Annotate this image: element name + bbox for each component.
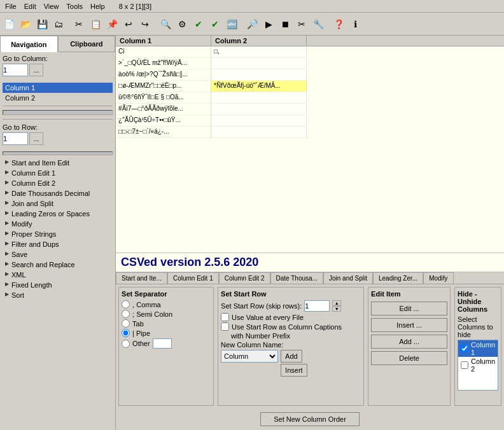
cell-1-6[interactable]: #Ãï7—□°ðÃÃðwÿĭõle...: [116, 104, 211, 115]
col-item-1[interactable]: Column 1: [3, 83, 113, 93]
cell-2-3[interactable]: [211, 69, 306, 81]
other-sep-input[interactable]: [153, 338, 172, 349]
tb-paste[interactable]: 📌: [104, 17, 120, 32]
cb-use-start-row-input[interactable]: [221, 322, 229, 331]
action-xml[interactable]: XML: [3, 270, 113, 280]
cell-2-8[interactable]: [211, 127, 306, 138]
btab-0[interactable]: Start and Ite...: [116, 272, 167, 284]
cell-1-2[interactable]: >´_□QÙ/ÈL mž"f!W/ýÄ...: [116, 58, 211, 69]
scrollbar-h[interactable]: [3, 151, 113, 155]
radio-other-input[interactable]: [122, 340, 130, 348]
tb-copy[interactable]: 📋: [88, 17, 103, 32]
menu-help[interactable]: Help: [87, 2, 109, 11]
tb-save[interactable]: 💾: [34, 17, 50, 32]
action-start-item-edit[interactable]: Start and Item Edit: [3, 158, 113, 168]
tb-undo[interactable]: ↩: [121, 17, 136, 32]
insert-btn[interactable]: Insert ...: [371, 318, 447, 332]
tb-info[interactable]: ℹ: [347, 17, 363, 32]
start-row-up[interactable]: ▲: [332, 300, 341, 306]
action-sort[interactable]: Sort: [3, 290, 113, 300]
newcol-insert-btn[interactable]: Insert: [281, 364, 307, 377]
set-separator-section: Set Separator , Comma ; Semi Colon Tab |…: [118, 287, 214, 406]
tb-wrench[interactable]: 🔧: [311, 17, 326, 32]
cell-1-7[interactable]: ¿"ÃÛÇà¹5Û÷T••□ûŸ...: [116, 115, 211, 127]
tab-clipboard[interactable]: Clipboard: [58, 36, 116, 52]
cell-1-8[interactable]: □□-□7±−□`/«á¿-...: [116, 127, 211, 138]
version-banner: CSVed version 2.5.6 2020: [116, 253, 504, 272]
action-leading-zeros[interactable]: Leading Zeros or Spaces: [3, 209, 113, 219]
cell-2-5[interactable]: [211, 92, 306, 104]
radio-comma-input[interactable]: [122, 300, 130, 309]
radio-tab-input[interactable]: [122, 319, 130, 328]
goto-row-input[interactable]: [3, 132, 28, 145]
tb-cut2[interactable]: ✂: [294, 17, 309, 32]
tab-navigation[interactable]: Navigation: [0, 36, 58, 52]
tb-check2[interactable]: ✔: [207, 17, 223, 32]
tb-redo[interactable]: ↪: [137, 17, 153, 32]
cell-2-7[interactable]: [211, 115, 306, 127]
cell-2-4[interactable]: *ÑfVðœÃfj-úö"ˆÆ/MÂ...: [211, 81, 306, 92]
cell-2-6[interactable]: [211, 104, 306, 115]
tb-find[interactable]: 🔍: [158, 17, 173, 32]
action-col-edit-1[interactable]: Column Edit 1: [3, 168, 113, 178]
tb-open[interactable]: 📂: [18, 17, 33, 32]
goto-col-btn[interactable]: ...: [29, 64, 43, 76]
col-item-2[interactable]: Column 2: [3, 93, 113, 103]
tb-play[interactable]: ▶: [261, 17, 276, 32]
menu-edit[interactable]: Edit: [20, 2, 40, 11]
edit-btn[interactable]: Edit ...: [371, 302, 447, 316]
newcol-add-btn[interactable]: Add: [281, 350, 302, 363]
tb-new[interactable]: 📄: [1, 17, 17, 32]
tb-zoom[interactable]: 🔎: [244, 17, 260, 32]
action-fixed-length[interactable]: Fixed Length: [3, 280, 113, 290]
goto-row-btn[interactable]: ...: [29, 132, 43, 145]
delete-btn[interactable]: Delete: [371, 351, 447, 365]
cell-1-1[interactable]: Ci: [116, 46, 211, 58]
cell-1-3[interactable]: àoò% /œ|>?Q`ˆŽsñâ□]...: [116, 69, 211, 81]
newcol-select[interactable]: Column: [221, 350, 278, 363]
tb-text[interactable]: 🔤: [224, 17, 239, 32]
hide-col-2-checkbox[interactable]: [461, 361, 468, 369]
hide-col-1-checkbox[interactable]: [461, 345, 468, 352]
radio-pipe-input[interactable]: [122, 329, 130, 337]
tb-stop[interactable]: ⏹: [277, 17, 293, 32]
set-order-btn[interactable]: Set New Column Order: [260, 412, 360, 426]
btab-2[interactable]: Column Edit 2: [219, 272, 270, 284]
action-save[interactable]: Save: [3, 249, 113, 260]
action-col-edit-2[interactable]: Column Edit 2: [3, 178, 113, 188]
action-list: Start and Item Edit Column Edit 1 Column…: [0, 156, 115, 430]
cell-2-1[interactable]: □,: [211, 46, 306, 58]
btab-1[interactable]: Column Edit 1: [167, 272, 219, 284]
btab-3[interactable]: Date Thousa...: [270, 272, 323, 284]
grid-body: Ci >´_□QÙ/ÈL mž"f!W/ýÄ... àoò% /œ|>?Q`ˆŽ…: [116, 46, 504, 138]
tb-check1[interactable]: ✔: [191, 17, 206, 32]
add-btn[interactable]: Add ...: [371, 335, 447, 349]
menu-view[interactable]: View: [40, 2, 63, 11]
hide-col-item-1[interactable]: Column 1: [458, 340, 498, 357]
goto-col-input[interactable]: [3, 64, 28, 76]
start-row-input[interactable]: [304, 300, 330, 312]
tb-help[interactable]: ❓: [331, 17, 346, 32]
start-row-down[interactable]: ▼: [332, 306, 341, 312]
action-date-thousands[interactable]: Date Thousands Decimal: [3, 188, 113, 198]
cell-1-4[interactable]: □ø-ÆMMZr"□□ëÈ□p...: [116, 81, 211, 92]
btab-6[interactable]: Modify: [423, 272, 453, 284]
action-filter-dups[interactable]: Filter and Dups: [3, 239, 113, 249]
action-modify[interactable]: Modify: [3, 219, 113, 229]
menu-tools[interactable]: Tools: [62, 2, 87, 11]
cell-2-2[interactable]: [211, 58, 306, 69]
radio-semicolon-input[interactable]: [122, 310, 130, 318]
btab-5[interactable]: Leading Zer...: [373, 272, 423, 284]
action-proper-strings[interactable]: Proper Strings: [3, 229, 113, 239]
tb-save2[interactable]: 🗂: [51, 17, 66, 32]
action-search-replace[interactable]: Search and Replace: [3, 260, 113, 270]
hide-col-item-2[interactable]: Column 2: [458, 357, 498, 373]
action-join-split[interactable]: Join and Split: [3, 198, 113, 209]
cb-use-value-input[interactable]: [221, 313, 229, 321]
cell-1-5[interactable]: û©®°6ñŸˇII□E § □Oã...: [116, 92, 211, 104]
tb-settings[interactable]: ⚙: [174, 17, 190, 32]
btab-4[interactable]: Join and Split: [323, 272, 373, 284]
menu-file[interactable]: File: [1, 2, 20, 11]
slider-area[interactable]: [3, 110, 113, 115]
tb-cut[interactable]: ✂: [71, 17, 87, 32]
